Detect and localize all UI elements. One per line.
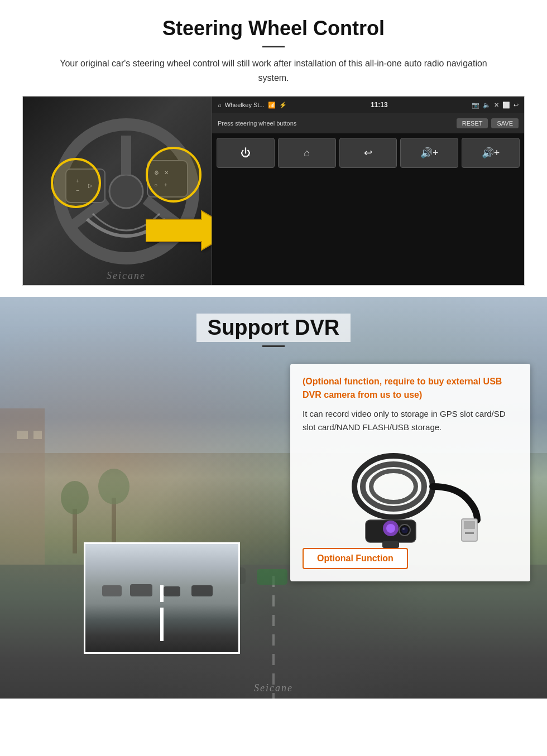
- svg-rect-28: [102, 585, 122, 596]
- steering-title: Steering Wheel Control: [22, 17, 525, 40]
- save-button[interactable]: SAVE: [491, 118, 519, 128]
- preview-cars: [85, 574, 238, 619]
- wheelkey-action-buttons: RESET SAVE: [457, 118, 519, 128]
- reset-button[interactable]: RESET: [457, 118, 488, 128]
- dvr-title-box: Support DVR: [0, 314, 547, 347]
- dvr-preview-box: [84, 542, 240, 654]
- dvr-camera-image: [303, 442, 518, 548]
- close-icon: ✕: [494, 102, 499, 109]
- svg-point-34: [371, 471, 416, 502]
- dvr-info-card: (Optional function, require to buy exter…: [290, 364, 530, 581]
- power-button[interactable]: ⏻: [217, 138, 275, 168]
- app-name: Wheelkey St...: [225, 102, 265, 108]
- dvr-preview-inner: [85, 544, 238, 652]
- svg-point-43: [401, 527, 408, 533]
- back-icon: ↩: [514, 102, 519, 109]
- highlight-circle-right: [146, 147, 201, 203]
- svg-rect-37: [465, 532, 474, 534]
- steering-wheel-photo: + − ▷ ⚙ ✕ ○ +: [23, 97, 229, 286]
- svg-rect-19: [17, 431, 28, 439]
- volume-icon: 🔈: [483, 102, 491, 109]
- svg-rect-31: [191, 585, 213, 596]
- steering-description: Your original car's steering wheel contr…: [45, 56, 502, 85]
- svg-rect-20: [33, 431, 42, 439]
- svg-rect-21: [73, 509, 77, 553]
- svg-point-22: [61, 481, 89, 514]
- dvr-optional-note: (Optional function, require to buy exter…: [303, 375, 518, 402]
- android-screen: ⌂ Wheelkey St... 📶 ⚡ 11:13 📷 🔈 ✕ ⬜ ↩ Pre…: [212, 97, 524, 286]
- steering-control-grid: ⏻ ⌂ ↩ 🔊+ 🔊+: [212, 133, 524, 172]
- seicane-watermark-steering: Seicane: [107, 270, 146, 282]
- svg-rect-30: [164, 586, 180, 596]
- dvr-divider: [262, 345, 285, 347]
- status-bar-right: 📷 🔈 ✕ ⬜ ↩: [472, 102, 519, 109]
- dvr-description: It can record video only to storage in G…: [303, 407, 518, 434]
- wheelkey-prompt: Press steering wheel buttons: [218, 120, 296, 127]
- svg-rect-29: [130, 584, 152, 596]
- dvr-section: Support DVR (Optional function, require …: [0, 297, 547, 699]
- home-button[interactable]: ⌂: [278, 138, 336, 168]
- screen-icon: ⬜: [502, 102, 510, 109]
- svg-point-44: [402, 528, 405, 530]
- title-divider: [262, 46, 285, 47]
- usb-icon: ⚡: [279, 102, 287, 109]
- highlight-circle-left: [51, 158, 101, 208]
- status-bar-left: ⌂ Wheelkey St... 📶 ⚡: [218, 102, 287, 109]
- vol-up-button2[interactable]: 🔊+: [462, 138, 520, 168]
- back-button[interactable]: ↩: [339, 138, 397, 168]
- status-bar-time: 11:13: [371, 101, 388, 109]
- svg-rect-27: [257, 569, 287, 585]
- steering-image-container: + − ▷ ⚙ ✕ ○ +: [22, 96, 525, 286]
- svg-point-41: [386, 524, 395, 533]
- seicane-watermark-dvr: Seicane: [254, 682, 293, 694]
- steering-section: Steering Wheel Control Your original car…: [0, 0, 547, 297]
- home-icon: ⌂: [218, 102, 222, 108]
- status-bar: ⌂ Wheelkey St... 📶 ⚡ 11:13 📷 🔈 ✕ ⬜ ↩: [212, 97, 524, 113]
- wheelkey-bar: Press steering wheel buttons RESET SAVE: [212, 113, 524, 133]
- camera-icon: 📷: [472, 102, 479, 109]
- dvr-camera-svg: [327, 442, 494, 548]
- svg-point-24: [98, 469, 129, 504]
- wifi-icon: 📶: [268, 102, 276, 109]
- dvr-title: Support DVR: [196, 314, 351, 342]
- svg-rect-39: [382, 541, 399, 548]
- svg-rect-36: [464, 521, 475, 529]
- vol-up-button1[interactable]: 🔊+: [400, 138, 458, 168]
- optional-function-button[interactable]: Optional Function: [303, 548, 408, 569]
- svg-point-1: [109, 175, 143, 208]
